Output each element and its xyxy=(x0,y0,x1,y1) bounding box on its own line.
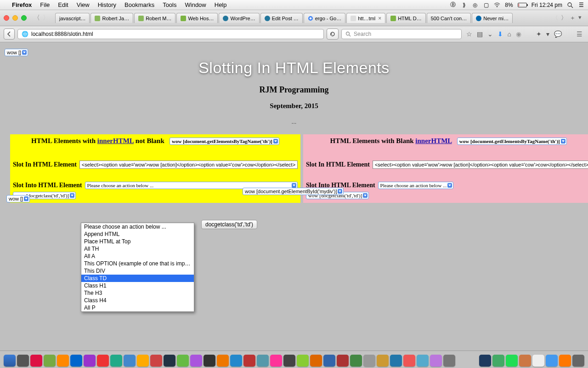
innerhtml-link[interactable]: innerHTML xyxy=(97,137,134,144)
addon-icon[interactable]: ◉ xyxy=(516,30,521,38)
innerhtml-link[interactable]: innerHTML xyxy=(415,137,452,144)
dropdown-option[interactable]: All A xyxy=(81,253,194,260)
menu-tools[interactable]: Tools xyxy=(163,1,176,8)
new-tab-button[interactable]: ＋ xyxy=(570,14,576,22)
menu-history[interactable]: History xyxy=(98,1,116,8)
minimize-window-button[interactable] xyxy=(12,15,18,21)
action-dropdown-list[interactable]: Please choose an action below ...Append … xyxy=(81,223,194,312)
app-name[interactable]: Firefox xyxy=(12,1,32,8)
dock-app-icon[interactable] xyxy=(297,355,309,367)
tray-icon[interactable]: ⟫ xyxy=(461,2,467,8)
tray-icon[interactable]: ◎ xyxy=(472,2,478,8)
dropdown-option[interactable]: This OPTION (example of one that is impo… xyxy=(81,260,194,267)
menu-bookmarks[interactable]: Bookmarks xyxy=(124,1,154,8)
dock-app-icon[interactable] xyxy=(270,355,282,367)
tab[interactable]: ergo - Go… xyxy=(304,13,345,23)
bookmark-star-icon[interactable]: ☆ xyxy=(466,30,472,38)
slot-in-input[interactable]: <select><option value='wow'>wow [action]… xyxy=(79,161,298,169)
airplay-icon[interactable]: ▢ xyxy=(483,2,489,8)
heading-select[interactable]: wow [document.getElementsByTagName('th')… xyxy=(170,138,279,145)
tab[interactable]: Robert Ja… xyxy=(90,13,133,23)
slot-in-input[interactable]: <select><option value='wow'>wow [action]… xyxy=(373,161,588,169)
dropdown-option[interactable]: Class H4 xyxy=(81,297,194,304)
dock-app-icon[interactable] xyxy=(243,355,255,367)
tab[interactable]: 500 Can't con… xyxy=(427,13,471,23)
dock-app-icon[interactable] xyxy=(177,355,189,367)
dock-app-icon[interactable] xyxy=(492,355,504,367)
tray-icon[interactable]: Ⓑ xyxy=(450,2,456,8)
dock-app-icon[interactable] xyxy=(110,355,122,367)
dock-app-icon[interactable] xyxy=(17,355,29,367)
dock-app-icon[interactable] xyxy=(479,355,491,367)
pocket-icon[interactable]: ⌄ xyxy=(487,30,493,38)
dock-app-icon[interactable] xyxy=(559,355,571,367)
mid-select[interactable]: wow [document.getElementById('mydiv')] xyxy=(243,188,344,195)
dock-app-icon[interactable] xyxy=(84,355,96,367)
menu-help[interactable]: Help xyxy=(215,1,227,8)
dropdown-option[interactable]: Place HTML at Top xyxy=(81,238,194,245)
docgetclass-button[interactable]: docgetclass('td','td') xyxy=(201,220,257,229)
dock-app-icon[interactable] xyxy=(137,355,149,367)
download-icon[interactable]: ⬇ xyxy=(498,30,503,38)
dropdown-option[interactable]: This DIV xyxy=(81,267,194,275)
dropdown-option[interactable]: Please choose an action below ... xyxy=(81,223,194,230)
menu-icon[interactable]: ☰ xyxy=(578,2,584,8)
dock-app-icon[interactable] xyxy=(532,355,544,367)
wifi-icon[interactable] xyxy=(494,2,500,8)
bottom-left-select[interactable]: wow [] xyxy=(6,195,30,202)
addon-icon[interactable]: 💬 xyxy=(554,30,562,38)
spotlight-icon[interactable] xyxy=(567,2,573,8)
dock-app-icon[interactable] xyxy=(546,355,558,367)
dropdown-option[interactable]: Class TD xyxy=(81,275,194,282)
tab[interactable]: HTML D… xyxy=(386,13,426,23)
battery-icon[interactable] xyxy=(518,3,527,7)
dock-app-icon[interactable] xyxy=(57,355,69,367)
dropdown-option[interactable]: All P xyxy=(81,304,194,311)
dock-app-icon[interactable] xyxy=(430,355,442,367)
url-bar[interactable]: 🌐 localhost:8888/slotin.html xyxy=(17,29,324,39)
menu-window[interactable]: Window xyxy=(185,1,206,8)
dock-app-icon[interactable] xyxy=(204,355,215,367)
close-tab-icon[interactable]: × xyxy=(378,15,381,22)
dock-app-icon[interactable] xyxy=(403,355,415,367)
home-icon[interactable]: ⌂ xyxy=(508,30,511,38)
menu-view[interactable]: View xyxy=(77,1,90,8)
tab[interactable]: Edit Post … xyxy=(260,13,303,23)
close-window-button[interactable] xyxy=(4,15,9,21)
dock-app-icon[interactable] xyxy=(377,355,389,367)
slot-into-select[interactable]: Please choose an action below ... xyxy=(378,182,454,189)
dropdown-option[interactable]: The H3 xyxy=(81,289,194,297)
dock-app-icon[interactable] xyxy=(443,355,455,367)
dock-app-icon[interactable] xyxy=(337,355,349,367)
dock-app-icon[interactable] xyxy=(519,355,531,367)
addon-icon[interactable]: ✦ xyxy=(536,30,542,38)
dock-app-icon[interactable] xyxy=(44,355,56,367)
reader-icon[interactable]: ▤ xyxy=(477,30,483,38)
dropdown-option[interactable]: Append HTML xyxy=(81,230,194,238)
tab[interactable]: Web Hos… xyxy=(176,13,218,23)
dropdown-option[interactable]: All TH xyxy=(81,245,194,253)
heading-select[interactable]: wow [document.getElementsByTagName('th')… xyxy=(457,138,567,145)
top-select[interactable]: wow [] xyxy=(5,49,28,56)
tab[interactable]: javascript… xyxy=(55,13,90,23)
tab-back-icon[interactable]: 〈 xyxy=(33,14,41,22)
dock-finder-icon[interactable] xyxy=(4,355,16,367)
dock-app-icon[interactable] xyxy=(70,355,82,367)
tab[interactable]: Never mi… xyxy=(472,13,513,23)
dock-app-icon[interactable] xyxy=(283,355,295,367)
dock-app-icon[interactable] xyxy=(323,355,335,367)
menu-edit[interactable]: Edit xyxy=(58,1,68,8)
menu-file[interactable]: File xyxy=(40,1,50,8)
back-button[interactable] xyxy=(4,29,15,40)
dock-app-icon[interactable] xyxy=(310,355,322,367)
dock-app-icon[interactable] xyxy=(230,355,242,367)
dock-app-icon[interactable] xyxy=(124,355,136,367)
dock-app-icon[interactable] xyxy=(30,355,42,367)
dock-app-icon[interactable] xyxy=(257,355,269,367)
tab-menu-button[interactable]: ▾ xyxy=(578,14,582,22)
reload-button[interactable] xyxy=(327,29,339,40)
tab-overflow-fwd[interactable]: 〉 xyxy=(561,14,567,22)
tab[interactable]: WordPre… xyxy=(219,13,259,23)
dock-app-icon[interactable] xyxy=(150,355,162,367)
tab-fwd-icon[interactable]: 〉 xyxy=(42,14,50,22)
